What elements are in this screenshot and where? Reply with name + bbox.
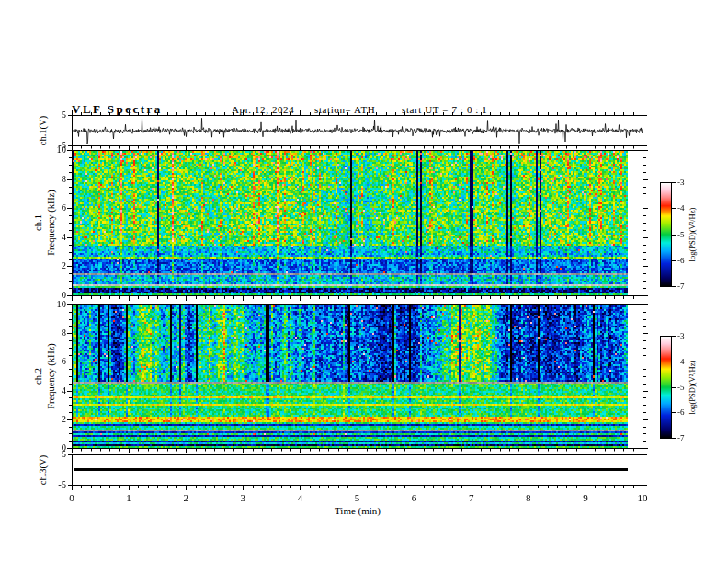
x-tick-label: 9 — [583, 493, 588, 503]
ch2-spectrogram-panel — [72, 304, 643, 449]
ch1-spec-y-tick-label: 10 — [37, 145, 66, 155]
ch1-spec-y-tick-label: 6 — [37, 203, 66, 213]
vlf-spectra-figure: VLF Spectra Apr. 12, 2024 station= ATH s… — [0, 0, 728, 563]
colorbar-tick-label: -6 — [677, 408, 685, 417]
colorbar-2 — [660, 336, 672, 439]
ch1-spec-y-tick-label: 4 — [37, 233, 66, 243]
ch2-spec-channel-label: ch.2 — [34, 368, 44, 385]
x-tick-label: 0 — [69, 493, 74, 503]
colorbar-tick-label: -6 — [677, 256, 685, 264]
ch1-spec-frequency-label: Frequency (kHz) — [47, 190, 57, 255]
x-tick-label: 1 — [126, 493, 131, 503]
title-date: Apr. 12, 2024 — [232, 104, 294, 115]
x-tick-label: 2 — [183, 493, 188, 503]
colorbar-tick-label: -4 — [677, 357, 685, 365]
ch2-spec-y-tick-label: 6 — [37, 357, 66, 367]
colorbar-tick-label: -3 — [677, 332, 685, 340]
colorbar-1 — [660, 182, 672, 287]
x-tick-label: 8 — [526, 493, 531, 503]
ch1-spec-channel-label: ch.1 — [34, 214, 44, 231]
colorbar-1-label: log(PSD)(V²/Hz) — [688, 208, 697, 262]
colorbar-2-label: log(PSD)(V²/Hz) — [688, 361, 697, 415]
ch3-waveform-panel — [72, 454, 643, 486]
ch1-spectrogram-panel — [72, 150, 643, 296]
colorbar-tick-label: -7 — [677, 434, 685, 442]
ch1-waveform-panel — [72, 115, 643, 146]
title-start-ut: start UT = 7 : 0 : 1 — [402, 104, 487, 115]
x-tick-label: 4 — [298, 493, 303, 503]
colorbar-tick-label: -7 — [677, 282, 685, 291]
ch2-spec-y-tick-label: 2 — [37, 415, 66, 425]
ch1-spectrogram-canvas — [73, 151, 643, 295]
ch2-spec-y-tick-label: 10 — [37, 300, 66, 310]
ch1-waveform-canvas — [73, 116, 643, 145]
ch1-spec-y-tick-label: 8 — [37, 174, 66, 184]
ch3-wave-y-tick-label: 5 — [37, 450, 66, 460]
colorbar-tick-label: -3 — [677, 178, 685, 187]
x-tick-label: 5 — [355, 493, 360, 503]
ch3-wave-y-tick-label: -5 — [37, 480, 66, 490]
ch2-spec-frequency-label: Frequency (kHz) — [47, 343, 57, 408]
ch3-zero-line — [74, 468, 628, 471]
colorbar-tick-label: -5 — [677, 230, 685, 238]
x-tick-label: 10 — [638, 493, 648, 503]
ch1-wave-y-tick-label: 5 — [37, 110, 66, 121]
ch2-spectrogram-canvas — [73, 305, 643, 448]
ch2-spec-y-tick-label: 4 — [37, 385, 66, 396]
x-tick-label: 3 — [241, 493, 246, 503]
title-station: station= ATH — [314, 104, 375, 115]
colorbar-tick-label: -4 — [677, 204, 685, 213]
x-tick-label: 6 — [412, 493, 417, 503]
x-tick-label: 7 — [469, 493, 474, 503]
x-axis-title: Time (min) — [335, 505, 381, 516]
ch1-spec-y-tick-label: 2 — [37, 261, 66, 271]
colorbar-tick-label: -5 — [677, 383, 685, 391]
ch2-spec-y-tick-label: 8 — [37, 328, 66, 339]
